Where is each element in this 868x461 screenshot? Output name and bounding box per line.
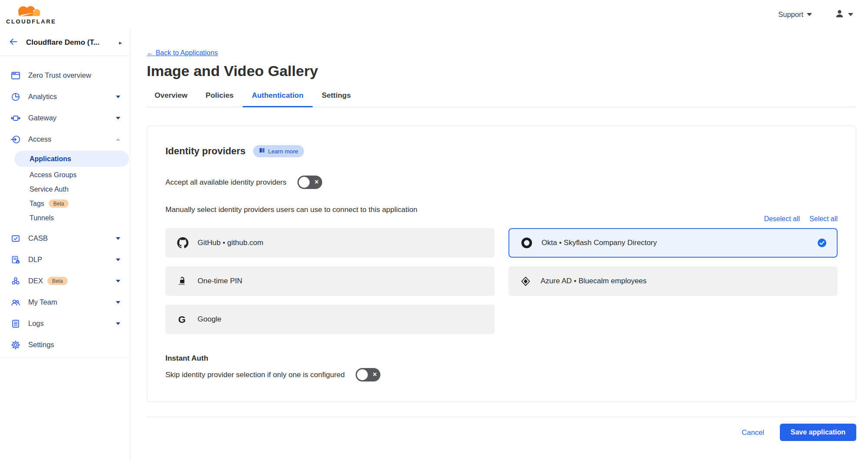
instant-auth-row: Skip identity provider selection if only… — [165, 368, 838, 381]
accept-all-toggle-off[interactable] — [297, 176, 322, 189]
chevron-down-icon — [116, 301, 120, 304]
tab-settings[interactable]: Settings — [313, 91, 360, 107]
pie-chart-icon — [10, 92, 21, 102]
sidebar-item-service-auth[interactable]: Service Auth — [0, 182, 130, 196]
sidebar-item-zero-trust-overview[interactable]: Zero Trust overview — [0, 65, 130, 86]
provider-name: One-time PIN — [198, 277, 242, 285]
sidebar-item-label: My Team — [28, 298, 57, 306]
tab-authentication[interactable]: Authentication — [243, 91, 313, 107]
sidebar-item-label: Analytics — [28, 93, 57, 101]
selected-check-icon — [818, 239, 826, 247]
sidebar-item-access[interactable]: Access — [0, 129, 130, 150]
cloudflare-logo[interactable]: CLOUDFLARE — [6, 5, 56, 24]
sidebar-nav: Zero Trust overview Analytics Gateway — [0, 56, 130, 355]
access-login-icon — [10, 134, 21, 145]
back-to-applications-link[interactable]: ← Back to Applications — [147, 49, 218, 57]
identity-providers-card: Identity providers Learn more Accept all… — [147, 126, 856, 402]
sidebar-item-gateway[interactable]: Gateway — [0, 107, 130, 129]
chevron-down-icon — [116, 322, 120, 325]
provider-name: Google — [198, 315, 221, 324]
cloudflare-cloud-icon — [6, 5, 51, 18]
chevron-up-icon — [116, 138, 120, 141]
identity-providers-heading: Identity providers — [165, 146, 246, 157]
sidebar-item-label: CASB — [28, 234, 48, 242]
save-application-button[interactable]: Save application — [780, 424, 856, 441]
provider-tile-google[interactable]: G Google — [165, 305, 495, 334]
instant-auth-heading: Instant Auth — [165, 354, 838, 363]
sidebar-item-tunnels[interactable]: Tunnels — [0, 211, 130, 225]
github-icon — [177, 237, 188, 249]
chevron-down-icon — [807, 13, 812, 16]
account-menu-button[interactable] — [832, 8, 856, 21]
sidebar-item-applications[interactable]: Applications — [14, 151, 129, 167]
chevron-down-icon — [116, 259, 120, 261]
sidebar-item-analytics[interactable]: Analytics — [0, 86, 130, 107]
sidebar-item-settings[interactable]: Settings — [0, 334, 130, 355]
deselect-all-link[interactable]: Deselect all — [764, 215, 800, 223]
chevron-down-icon — [116, 280, 120, 282]
access-submenu: Applications Access Groups Service Auth … — [0, 150, 130, 228]
skip-selection-toggle-off[interactable] — [356, 368, 380, 381]
one-time-pin-icon: **** — [177, 275, 188, 287]
book-icon — [259, 147, 265, 155]
tab-bar: Overview Policies Authentication Setting… — [147, 91, 856, 107]
support-label: Support — [778, 10, 803, 19]
provider-tile-github[interactable]: GitHub • github.com — [165, 228, 495, 258]
sidebar-item-access-groups[interactable]: Access Groups — [0, 168, 130, 182]
account-name: Cloudflare Demo (T... — [26, 38, 99, 47]
provider-grid: GitHub • github.com Okta • Skyflash Comp… — [165, 228, 838, 334]
select-all-link[interactable]: Select all — [809, 215, 838, 223]
provider-tile-azure-ad[interactable]: Azure AD • Bluecalm employees — [508, 266, 838, 296]
chevron-down-icon — [116, 237, 120, 240]
account-switcher[interactable]: Cloudflare Demo (T... ▸ — [0, 29, 130, 56]
provider-tile-one-time-pin[interactable]: **** One-time PIN — [165, 266, 495, 296]
log-document-icon — [10, 318, 21, 329]
sidebar-item-label: Zero Trust overview — [28, 71, 91, 80]
sidebar-item-my-team[interactable]: My Team — [0, 292, 130, 313]
svg-text:****: **** — [178, 283, 185, 287]
sidebar-item-label: Gateway — [28, 114, 56, 122]
sidebar-item-dlp[interactable]: DLP — [0, 249, 130, 270]
support-menu-button[interactable]: Support — [776, 10, 815, 19]
sidebar-subitem-label: Access Groups — [30, 171, 76, 179]
chevron-down-icon — [848, 13, 853, 16]
topbar-right: Support — [776, 8, 856, 21]
manual-select-text: Manually select identity providers users… — [165, 206, 838, 214]
provider-tile-okta[interactable]: Okta • Skyflash Company Directory — [508, 228, 838, 258]
sidebar-item-label: Access — [28, 135, 51, 143]
gateway-icon — [10, 113, 21, 123]
cancel-button[interactable]: Cancel — [739, 428, 766, 437]
sidebar-item-dex[interactable]: DEX Beta — [0, 270, 130, 292]
main-content: ← Back to Applications Image and Video G… — [130, 29, 868, 461]
casb-check-box-icon — [10, 233, 21, 244]
chevron-right-icon: ▸ — [119, 39, 122, 46]
topbar: CLOUDFLARE Support — [0, 0, 868, 29]
sidebar-item-tags[interactable]: Tags Beta — [0, 196, 130, 211]
dex-cluster-icon — [10, 276, 21, 286]
footer-actions: Cancel Save application — [147, 417, 856, 448]
gear-icon — [10, 340, 21, 350]
browser-window-icon — [10, 70, 21, 81]
tab-overview[interactable]: Overview — [147, 91, 197, 107]
sidebar-subitem-label: Tunnels — [30, 214, 54, 222]
people-icon — [10, 297, 21, 308]
google-icon: G — [177, 314, 188, 325]
azure-ad-icon — [520, 275, 531, 287]
learn-more-badge[interactable]: Learn more — [253, 145, 304, 157]
sidebar-subitem-label: Service Auth — [30, 186, 69, 193]
accept-all-row: Accept all available identity providers — [165, 176, 838, 189]
sidebar-subitem-label: Applications — [30, 155, 71, 163]
sidebar-item-label: Logs — [28, 319, 44, 328]
okta-icon — [521, 237, 532, 249]
cloudflare-wordmark: CLOUDFLARE — [6, 19, 56, 24]
user-icon — [835, 9, 845, 20]
sidebar-item-label: Settings — [28, 341, 54, 349]
skip-selection-label: Skip identity provider selection if only… — [165, 371, 345, 379]
tab-policies[interactable]: Policies — [197, 91, 243, 107]
beta-badge: Beta — [47, 277, 68, 285]
sidebar-item-casb[interactable]: CASB — [0, 228, 130, 249]
back-arrow-icon[interactable] — [9, 37, 18, 48]
document-lock-icon — [10, 255, 21, 265]
sidebar-item-label: DLP — [28, 255, 42, 264]
sidebar-item-logs[interactable]: Logs — [0, 313, 130, 334]
